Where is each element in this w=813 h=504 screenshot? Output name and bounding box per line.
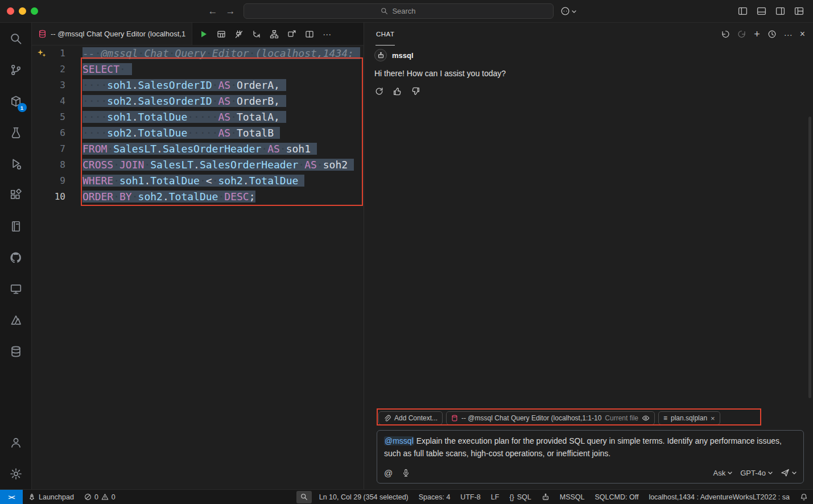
line-number[interactable]: 2 bbox=[32, 61, 65, 77]
context-chip-plan-file[interactable]: ≡ plan.sqlplan × bbox=[658, 411, 720, 425]
gear-icon bbox=[10, 468, 22, 480]
mode-dropdown[interactable]: Ask bbox=[713, 469, 733, 477]
status-copilot[interactable] bbox=[537, 490, 555, 504]
status-language-mode[interactable]: {} SQL bbox=[504, 490, 536, 504]
toggle-secondary-sidebar-icon[interactable] bbox=[775, 6, 785, 16]
query-options-button[interactable] bbox=[287, 30, 296, 39]
status-indentation[interactable]: Spaces: 4 bbox=[414, 490, 456, 504]
tab-mssql-query-editor[interactable]: -- @mssql Chat Query Editor (localhost,1 bbox=[32, 23, 192, 45]
toggle-sidebar-icon[interactable] bbox=[738, 6, 748, 16]
status-launchpad[interactable]: Launchpad bbox=[23, 490, 79, 504]
change-connection-button[interactable] bbox=[252, 30, 261, 39]
status-cursor-position[interactable]: Ln 10, Col 29 (354 selected) bbox=[314, 490, 414, 504]
close-window-button[interactable] bbox=[7, 7, 14, 15]
sidebar-item-database-projects[interactable] bbox=[0, 336, 32, 367]
customize-layout-icon[interactable] bbox=[794, 6, 804, 16]
redo-icon[interactable] bbox=[737, 30, 746, 39]
more-actions-icon[interactable]: ··· bbox=[784, 30, 793, 39]
code-line[interactable]: WHERE·soh1.TotalDue·<·soh2.TotalDue bbox=[82, 173, 364, 189]
disconnect-button[interactable] bbox=[234, 30, 244, 39]
paperclip-icon bbox=[383, 415, 391, 422]
command-center-search[interactable]: Search bbox=[244, 3, 554, 19]
copilot-sparkle-icon[interactable] bbox=[36, 48, 47, 59]
code-lines[interactable]: --·@mssql·Chat·Query·Editor·(localhost,1… bbox=[82, 46, 364, 489]
code-line[interactable]: FROM·SalesLT.SalesOrderHeader·AS·soh1 bbox=[82, 141, 364, 157]
code-line[interactable]: --·@mssql·Chat·Query·Editor·(localhost,1… bbox=[82, 46, 364, 61]
status-connection[interactable]: localhost,1434 : AdventureWorksLT2022 : … bbox=[643, 490, 795, 504]
robot-icon bbox=[542, 493, 550, 501]
close-chat-icon[interactable]: × bbox=[800, 30, 805, 39]
add-context-button[interactable]: Add Context... bbox=[378, 411, 443, 425]
line-number[interactable]: 6 bbox=[32, 125, 65, 141]
eye-icon[interactable] bbox=[642, 414, 650, 422]
history-icon[interactable] bbox=[767, 30, 777, 39]
scrollbar[interactable] bbox=[808, 117, 811, 398]
status-problems[interactable]: 0 0 bbox=[79, 490, 121, 504]
status-notifications[interactable] bbox=[795, 490, 813, 504]
line-number[interactable]: 4 bbox=[32, 93, 65, 109]
sidebar-item-extensions[interactable] bbox=[0, 179, 32, 210]
model-dropdown[interactable]: GPT-4o bbox=[740, 469, 773, 477]
remove-attachment-icon[interactable]: × bbox=[711, 414, 715, 423]
sidebar-item-packages[interactable]: 1 bbox=[0, 85, 32, 117]
sidebar-item-testing[interactable] bbox=[0, 117, 32, 148]
code-line[interactable]: CROSS·JOIN·SalesLT.SalesOrderHeader·AS·s… bbox=[82, 157, 364, 173]
status-zoom-button[interactable] bbox=[296, 491, 312, 503]
sidebar-item-run-debug[interactable] bbox=[0, 148, 32, 179]
navigate-forward-button[interactable]: → bbox=[226, 6, 236, 17]
results-grid-button[interactable] bbox=[217, 30, 226, 39]
thumbs-up-icon[interactable] bbox=[393, 86, 402, 96]
new-chat-icon[interactable]: + bbox=[754, 29, 760, 39]
send-button[interactable] bbox=[781, 468, 797, 477]
code-line[interactable]: ····soh2.TotalDue·····AS·TotalB bbox=[82, 125, 364, 141]
chat-thread: mssql Hi there! How can I assist you tod… bbox=[364, 46, 813, 408]
status-sqlcmd[interactable]: SQLCMD: Off bbox=[590, 490, 644, 504]
sidebar-item-remote-explorer[interactable] bbox=[0, 273, 32, 304]
line-number[interactable]: 8 bbox=[32, 157, 65, 173]
more-actions-icon[interactable]: ··· bbox=[323, 30, 331, 38]
toggle-panel-icon[interactable] bbox=[757, 6, 766, 16]
code-line[interactable]: SELECT· bbox=[82, 61, 364, 77]
microphone-icon[interactable] bbox=[402, 469, 410, 477]
minimize-window-button[interactable] bbox=[19, 7, 26, 15]
line-number[interactable]: 5 bbox=[32, 109, 65, 125]
thumbs-down-icon[interactable] bbox=[411, 86, 420, 96]
regenerate-icon[interactable] bbox=[374, 86, 384, 96]
status-eol[interactable]: LF bbox=[486, 490, 505, 504]
line-number[interactable]: 10 bbox=[32, 189, 65, 205]
sidebar-item-github[interactable] bbox=[0, 242, 32, 273]
navigate-back-button[interactable]: ← bbox=[208, 6, 218, 17]
editor-group: -- @mssql Chat Query Editor (localhost,1 bbox=[32, 23, 364, 489]
line-number[interactable]: 9 bbox=[32, 173, 65, 189]
line-number[interactable]: 3 bbox=[32, 77, 65, 93]
sidebar-item-azure[interactable] bbox=[0, 304, 32, 336]
sidebar-item-search[interactable] bbox=[0, 23, 32, 54]
context-chip-current-file[interactable]: -- @mssql Chat Query Editor (localhost,1… bbox=[446, 411, 655, 425]
code-line[interactable]: ····soh1.TotalDue·····AS·TotalA, bbox=[82, 109, 364, 125]
chat-input-text[interactable]: @mssql Explain the execution plan for th… bbox=[384, 435, 797, 466]
chat-panel-title: CHAT bbox=[375, 23, 395, 46]
undo-icon[interactable] bbox=[721, 30, 730, 39]
copilot-menu-button[interactable] bbox=[560, 6, 576, 16]
mention-icon[interactable]: @ bbox=[384, 468, 393, 478]
sidebar-item-settings[interactable] bbox=[0, 458, 32, 489]
split-editor-button[interactable] bbox=[305, 30, 314, 39]
chat-input-box[interactable]: @mssql Explain the execution plan for th… bbox=[377, 430, 804, 484]
code-line[interactable]: ORDER·BY·soh2.TotalDue·DESC; bbox=[82, 189, 364, 205]
code-editor[interactable]: 12345678910 --·@mssql·Chat·Query·Editor·… bbox=[32, 46, 364, 489]
braces-icon: {} bbox=[509, 493, 514, 501]
line-number[interactable]: 7 bbox=[32, 141, 65, 157]
code-line[interactable]: ····soh2.SalesOrderID·AS·OrderB, bbox=[82, 93, 364, 109]
maximize-window-button[interactable] bbox=[31, 7, 38, 15]
remote-indicator[interactable]: >< bbox=[0, 490, 23, 504]
beaker-icon bbox=[10, 126, 22, 139]
sidebar-item-docs[interactable] bbox=[0, 210, 32, 242]
code-line[interactable]: ····soh1.SalesOrderID·AS·OrderA, bbox=[82, 77, 364, 93]
status-encoding[interactable]: UTF-8 bbox=[455, 490, 485, 504]
azure-icon bbox=[10, 314, 22, 327]
status-mssql[interactable]: MSSQL bbox=[555, 490, 590, 504]
run-query-button[interactable] bbox=[199, 30, 208, 39]
sidebar-item-account[interactable] bbox=[0, 427, 32, 458]
estimated-plan-button[interactable] bbox=[270, 30, 279, 39]
sidebar-item-source-control[interactable] bbox=[0, 54, 32, 85]
